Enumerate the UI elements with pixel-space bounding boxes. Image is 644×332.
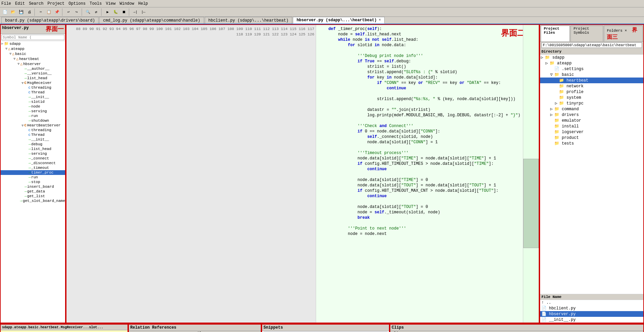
tree-item-24[interactable]: →_connect (1, 156, 65, 161)
dir-item-5[interactable]: 📁 network (540, 83, 643, 89)
toolbar-build[interactable]: ▶ (104, 8, 111, 16)
dir-item-12[interactable]: 📁 install (540, 123, 643, 129)
tab-cmdlog[interactable]: cmd_log.py (sdapp\ateapp\command\handle) (99, 17, 204, 24)
toolbar-debug[interactable]: 🐛 (112, 8, 119, 16)
tree-item-3[interactable]: ▽△heartbeat (1, 56, 65, 61)
dir-expand-1[interactable]: ▷ (545, 61, 550, 66)
toolbar-replace[interactable]: ⇄ (92, 8, 100, 16)
dir-expand-10[interactable]: ▷ (550, 112, 554, 117)
dir-item-13[interactable]: 📁 logserver (540, 129, 643, 135)
file-item-1[interactable]: 📄 hbclient.py (540, 305, 643, 311)
tree-item-27[interactable]: →timer_proc (1, 170, 65, 175)
tree-item-26[interactable]: →_timeout (1, 165, 65, 170)
path-input[interactable] (541, 42, 642, 48)
tree-item-32[interactable]: →get_list (1, 194, 65, 199)
toolbar-cut[interactable]: ✂ (37, 8, 45, 16)
dir-item-14[interactable]: 📁 product (540, 135, 643, 141)
tree-item-19[interactable]: cThread (1, 132, 65, 137)
tree-item-14[interactable]: →serving (1, 109, 65, 114)
tree-item-30[interactable]: →insert_board (1, 184, 65, 189)
toolbar-stop[interactable]: ⏹ (120, 8, 128, 16)
file-item-3[interactable]: 📄 __init__.py (540, 317, 643, 323)
tree-expand-8[interactable]: ▽ (21, 81, 24, 85)
tree-item-29[interactable]: →stop (1, 180, 65, 184)
tree-item-15[interactable]: →run (1, 114, 65, 118)
toolbar-indent[interactable]: →| (132, 8, 139, 16)
dir-item-2[interactable]: 📄 .settings (540, 66, 643, 72)
code-area[interactable]: 88 89 90 91 92 93 94 95 96 97 98 99 100 … (66, 25, 539, 323)
tree-item-22[interactable]: →list_head (1, 147, 65, 151)
dir-item-7[interactable]: 📁 system (540, 95, 643, 100)
tree-item-11[interactable]: →__init__ (1, 95, 65, 99)
tab-hbserver[interactable]: hbserver.py (sdapp\...\heartbeat) × (293, 17, 385, 24)
tree-item-21[interactable]: →debug (1, 142, 65, 147)
tab-close-icon[interactable]: × (379, 18, 381, 22)
tree-expand-3[interactable]: ▽ (13, 57, 16, 61)
menu-edit[interactable]: Edit (15, 1, 25, 6)
toolbar-search[interactable]: 🔍 (84, 8, 92, 16)
tree-item-31[interactable]: →get_data (1, 189, 65, 194)
tree-item-5[interactable]: →__author__ (1, 66, 65, 71)
dir-item-10[interactable]: ▷📁 drivers (540, 112, 643, 118)
tree-item-6[interactable]: →__version__ (1, 71, 65, 76)
dir-item-11[interactable]: 📁 emulator (540, 118, 643, 123)
menu-help[interactable]: Help (138, 1, 148, 6)
tree-item-17[interactable]: ▽CHeartBeatServer (1, 123, 65, 128)
toolbar-copy[interactable]: 📋 (45, 8, 53, 16)
tree-expand-2[interactable]: ▽ (9, 52, 12, 56)
tree-expand-1[interactable]: ▽ (5, 47, 8, 51)
menu-project[interactable]: Project (48, 1, 64, 6)
menu-file[interactable]: File (1, 1, 11, 6)
tab-hbclient[interactable]: hbclient.py (sdapp\...\heartbeat) (205, 17, 292, 24)
tree-item-12[interactable]: →slotid (1, 99, 65, 104)
tree-item-23[interactable]: →serving (1, 151, 65, 156)
toolbar-print[interactable]: 🖨 (26, 8, 33, 16)
tree-item-9[interactable]: cthreading (1, 85, 65, 90)
tree-item-10[interactable]: cThread (1, 90, 65, 95)
toolbar-redo[interactable]: ↪ (73, 8, 80, 16)
dir-expand-9[interactable]: ▷ (550, 107, 554, 112)
code-content[interactable]: def _timer_proc(self): node = self.list_… (316, 25, 523, 323)
toolbar-undo[interactable]: ↩ (65, 8, 72, 16)
dir-expand-0[interactable]: ▷ (541, 55, 545, 60)
menu-view[interactable]: View (106, 1, 116, 6)
dir-expand-8[interactable]: ▷ (555, 101, 559, 106)
tree-item-1[interactable]: ▽△ateapp (1, 46, 65, 51)
tree-item-0[interactable]: ▷📁sdapp (1, 41, 65, 46)
tree-expand-17[interactable]: ▽ (21, 124, 24, 127)
tab-board[interactable]: board.py (sdapp\ateapp\drivers\board) (1, 17, 99, 24)
dir-item-4[interactable]: 📁 heartbeat (540, 78, 643, 83)
tree-item-4[interactable]: ▽△hbserver (1, 61, 65, 66)
tree-expand-4[interactable]: ▽ (17, 62, 20, 66)
tree-item-28[interactable]: →run (1, 175, 65, 180)
dir-item-1[interactable]: ▷📁 ateapp (540, 60, 643, 66)
right-tab-folders[interactable]: Folders × 界面三 (604, 26, 643, 41)
toolbar-new[interactable]: 📄 (1, 8, 9, 16)
tree-item-20[interactable]: →__init__ (1, 137, 65, 142)
dir-expand-3[interactable]: ▽ (550, 72, 554, 77)
menu-window[interactable]: Window (120, 1, 134, 6)
file-item-2[interactable]: 📄 hbserver.py (540, 311, 643, 317)
right-tab-project-symbols[interactable]: Project Symbols (570, 26, 603, 41)
tree-item-25[interactable]: →_disconnect (1, 161, 65, 165)
tree-item-8[interactable]: ▽CMsgReceiver (1, 81, 65, 85)
dir-item-8[interactable]: ▷📁 tinyrpc (540, 100, 643, 106)
tree-expand-0[interactable]: ▷ (1, 42, 4, 46)
tree-item-18[interactable]: cthreading (1, 128, 65, 132)
tree-item-16[interactable]: →shutdown (1, 118, 65, 123)
dir-item-3[interactable]: ▽📁 basic (540, 72, 643, 78)
tree-item-7[interactable]: →list_head (1, 76, 65, 81)
dir-item-0[interactable]: ▷📁 sdapp (540, 55, 643, 60)
toolbar-save[interactable]: 💾 (18, 8, 25, 16)
file-item-0[interactable]: ↑ .. (540, 300, 643, 305)
dir-item-15[interactable]: 📁 tests (540, 141, 643, 146)
dir-item-9[interactable]: ▷📁 command (540, 106, 643, 112)
toolbar-paste[interactable]: 📌 (53, 8, 61, 16)
tree-item-13[interactable]: →node (1, 104, 65, 109)
menu-options[interactable]: Options (68, 1, 85, 6)
toolbar-open[interactable]: 📂 (9, 8, 17, 16)
tree-item-33[interactable]: →get_slot_board_name (1, 199, 65, 203)
dir-item-6[interactable]: 📁 profile (540, 89, 643, 95)
minimap-highlight[interactable] (523, 159, 539, 248)
symbol-search-input[interactable] (1, 35, 64, 40)
